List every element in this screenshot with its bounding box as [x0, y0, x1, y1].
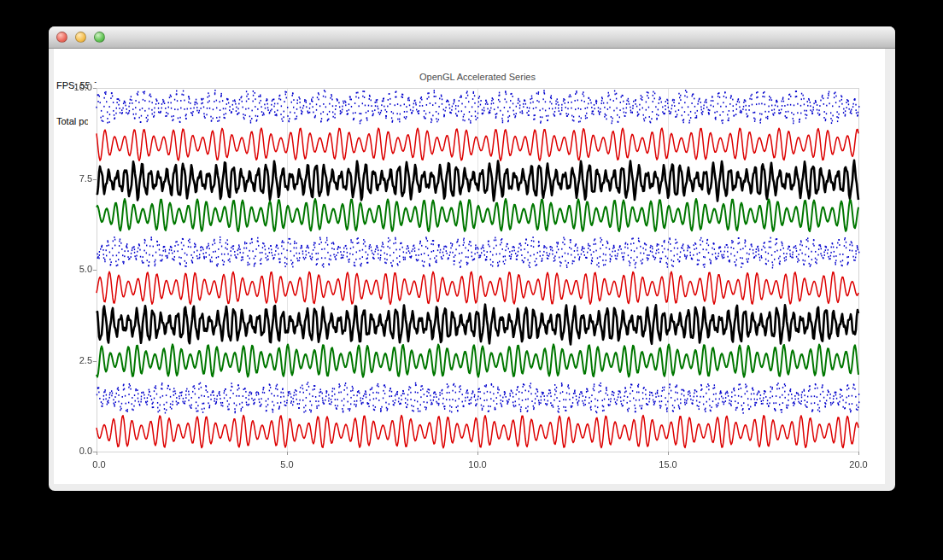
x-tick-label: 10.0	[459, 459, 496, 470]
x-tick-label: 0.0	[80, 459, 118, 470]
y-tick-label: 2.5	[54, 355, 92, 365]
x-tick-label: 15.0	[649, 459, 687, 470]
minimize-button-icon[interactable]	[75, 32, 86, 43]
y-tick-label: 10.0	[54, 82, 92, 92]
y-tick-label: 0.0	[54, 446, 92, 456]
x-tick-label: 20.0	[840, 459, 877, 470]
y-tick-label: 7.5	[54, 173, 92, 184]
app-window: FPS: 55.1 Total point count: 100000 Open…	[49, 26, 895, 491]
close-button-icon[interactable]	[56, 32, 67, 43]
chart-panel: FPS: 55.1 Total point count: 100000 Open…	[54, 49, 885, 484]
x-tick-label: 5.0	[268, 459, 306, 470]
chart-title: OpenGL Accelerated Series	[97, 72, 858, 82]
chart-canvas[interactable]	[88, 83, 865, 467]
window-titlebar[interactable]	[49, 26, 895, 49]
traffic-lights	[56, 32, 105, 43]
zoom-button-icon[interactable]	[94, 32, 105, 43]
y-tick-label: 5.0	[54, 264, 92, 274]
